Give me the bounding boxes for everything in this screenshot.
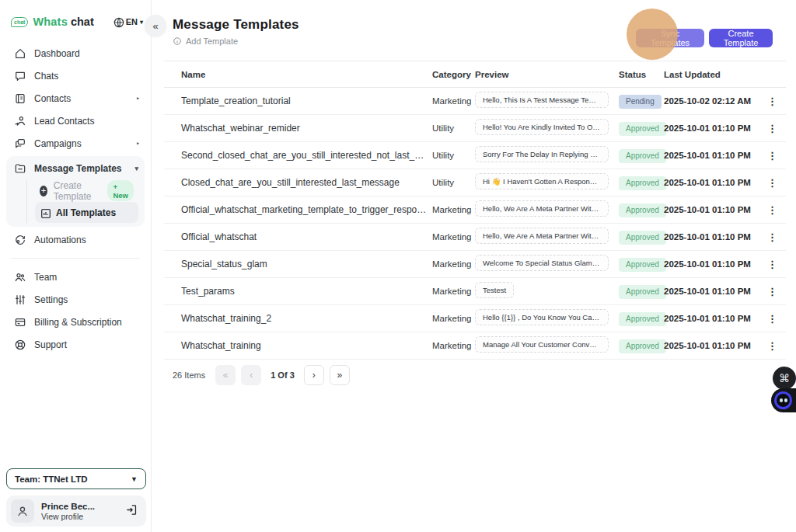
template-category: Marketing: [432, 259, 475, 269]
next-page-button[interactable]: ›: [304, 365, 324, 385]
sidebar-item-label: Support: [34, 339, 67, 350]
status-badge: Approved: [619, 258, 666, 272]
profile-name: Prince Bec...: [41, 502, 95, 511]
sidebar-item-lead-contacts[interactable]: Lead Contacts: [0, 110, 151, 132]
sidebar-item-support[interactable]: Support: [0, 333, 151, 356]
sidebar-item-chats[interactable]: Chats: [0, 64, 151, 87]
caret-down-icon: ▼: [131, 475, 138, 483]
sidebar-item-create-template[interactable]: + Create Template + New: [35, 180, 138, 201]
sidebar-collapse-button[interactable]: «: [145, 15, 166, 37]
sidebar-item-label: Create Template: [54, 180, 102, 202]
status-badge: Approved: [619, 231, 666, 245]
language-selector[interactable]: EN ▾: [113, 16, 143, 27]
sidebar-item-automations[interactable]: Automations: [0, 228, 151, 251]
template-name: Official_whatschat_marketing_template_to…: [164, 204, 432, 215]
sidebar-item-all-templates[interactable]: All Templates: [35, 202, 138, 223]
row-actions-button[interactable]: ⋮: [763, 121, 782, 136]
preview-chip: Sorry For The Delay In Replying 🙏. C...: [475, 146, 609, 162]
col-status: Status: [619, 70, 664, 79]
last-updated: 2025-10-01 01:10 PM: [664, 314, 763, 323]
automations-icon: [14, 234, 26, 246]
command-shortcut-button[interactable]: ⌘: [773, 367, 796, 390]
template-name: Whatschat_training_2: [164, 313, 432, 324]
template-category: Marketing: [432, 232, 475, 242]
chevron-down-icon: ▾: [140, 19, 143, 26]
sidebar-item-label: All Templates: [56, 207, 116, 218]
template-name: Test_params: [164, 286, 432, 297]
row-actions-button[interactable]: ⋮: [763, 94, 782, 109]
status-badge: Approved: [619, 149, 666, 163]
table-row: Official_whatschat Marketing Hello, We A…: [164, 224, 786, 251]
status-badge: Approved: [619, 339, 666, 353]
row-actions-button[interactable]: ⋮: [763, 339, 782, 353]
info-icon: [173, 37, 182, 46]
submenu-arrow-icon: ‣: [136, 140, 140, 148]
brand-name: Whats: [33, 16, 68, 28]
row-actions-button[interactable]: ⋮: [763, 148, 782, 163]
sidebar-item-label: Team: [34, 272, 57, 283]
logout-icon[interactable]: [125, 503, 138, 520]
sidebar-item-billing[interactable]: Billing & Subscription: [0, 311, 151, 333]
sidebar: chat Whats chat EN ▾ Dashboard Chats Con…: [0, 0, 152, 532]
status-badge: Approved: [619, 203, 666, 217]
sidebar-item-campaigns[interactable]: Campaigns ‣: [0, 132, 151, 155]
preview-chip: Hello, We Are A Meta Partner With W...: [475, 200, 609, 217]
sidebar-item-label: Dashboard: [34, 48, 80, 59]
template-category: Marketing: [432, 205, 475, 214]
last-updated: 2025-10-01 01:10 PM: [664, 123, 763, 133]
row-actions-button[interactable]: ⋮: [763, 176, 782, 190]
row-actions-button[interactable]: ⋮: [763, 284, 782, 299]
profile-card[interactable]: Prince Bec... View profile: [6, 495, 146, 527]
sync-templates-button[interactable]: Sync Templates: [636, 29, 704, 47]
sidebar-item-dashboard[interactable]: Dashboard: [0, 42, 151, 64]
template-name: Special_status_glam: [164, 259, 432, 269]
template-name: Whatschat_training: [164, 340, 432, 351]
contacts-icon: [14, 92, 26, 105]
plus-circle-icon: +: [40, 186, 47, 196]
page-title: Message Templates: [173, 17, 299, 33]
sidebar-item-label: Lead Contacts: [34, 116, 94, 127]
row-actions-button[interactable]: ⋮: [763, 230, 782, 245]
sidebar-item-label: Contacts: [34, 93, 71, 104]
chatbot-widget-button[interactable]: [771, 388, 796, 412]
brand-name-2: chat: [71, 16, 94, 28]
sidebar-item-team[interactable]: Team: [0, 266, 151, 288]
main-content: Message Templates Add Template Sync Temp…: [152, 0, 796, 532]
row-actions-button[interactable]: ⋮: [763, 311, 782, 326]
message-templates-group: Message Templates ▾ + Create Template + …: [6, 156, 145, 227]
chatbot-icon: [774, 391, 792, 409]
last-updated: 2025-10-01 01:10 PM: [664, 259, 763, 269]
table-header-row: Name Category Preview Status Last Update…: [164, 61, 786, 88]
sidebar-item-label: Campaigns: [34, 138, 82, 149]
globe-icon: [113, 16, 124, 27]
table-row: Special_status_glam Marketing Welcome To…: [164, 251, 786, 278]
table-row: Whatschat_webinar_remider Utility Hello!…: [164, 115, 786, 142]
team-selector[interactable]: Team: TTNet LTD ▼: [6, 468, 146, 489]
first-page-button[interactable]: «: [215, 365, 236, 385]
support-icon: [14, 339, 26, 351]
prev-page-button[interactable]: ‹: [241, 365, 261, 385]
team-icon: [14, 271, 26, 283]
table-row: Second_closed_chat_are_you_still_interes…: [164, 142, 786, 169]
table-row: Test_params Marketing Testest Approved 2…: [164, 278, 786, 305]
pagination: 26 Items « ‹ 1 Of 3 › »: [173, 365, 350, 385]
row-actions-button[interactable]: ⋮: [763, 203, 782, 217]
sidebar-item-label: Billing & Subscription: [34, 317, 122, 328]
sidebar-item-settings[interactable]: Settings: [0, 288, 151, 311]
create-template-button[interactable]: Create Template: [709, 29, 773, 47]
template-category: Marketing: [432, 341, 475, 350]
sidebar-item-message-templates[interactable]: Message Templates ▾: [6, 157, 145, 179]
preview-chip: Testest: [475, 282, 514, 298]
template-name: Official_whatschat: [164, 231, 432, 242]
templates-table: Name Category Preview Status Last Update…: [164, 61, 786, 360]
new-badge: + New: [107, 180, 134, 201]
sidebar-item-contacts[interactable]: Contacts ‣: [0, 87, 151, 110]
template-category: Utility: [432, 151, 475, 160]
last-updated: 2025-10-02 02:12 AM: [664, 96, 763, 106]
last-page-button[interactable]: »: [330, 365, 350, 385]
preview-chip: Hi 👋 I Haven't Gotten A Response Fr...: [475, 173, 609, 190]
profile-view-link: View profile: [41, 512, 95, 521]
row-actions-button[interactable]: ⋮: [763, 257, 782, 272]
last-updated: 2025-10-01 01:10 PM: [664, 151, 763, 160]
avatar: [11, 499, 34, 523]
